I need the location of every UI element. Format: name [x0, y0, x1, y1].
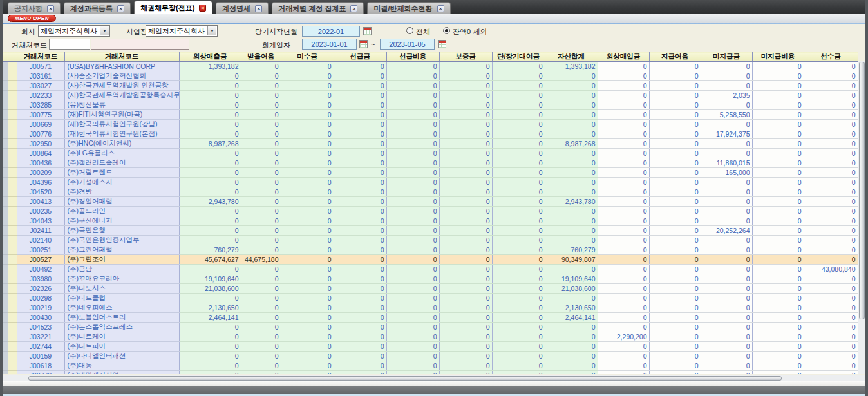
- cell-amount[interactable]: 0: [701, 293, 752, 303]
- cell-customer-code[interactable]: J00235: [17, 206, 64, 216]
- date-to-input[interactable]: [380, 39, 435, 50]
- cell-amount[interactable]: 0: [241, 245, 281, 254]
- cell-amount[interactable]: 0: [701, 148, 752, 158]
- cell-amount[interactable]: 0: [701, 254, 752, 264]
- row-selector[interactable]: [8, 322, 17, 332]
- cell-amount[interactable]: 0: [492, 206, 545, 216]
- cell-customer-name[interactable]: (재)한국의류시험연구원(본점): [64, 129, 179, 138]
- horizontal-scrollbar[interactable]: [3, 375, 865, 381]
- close-icon[interactable]: ×: [117, 5, 124, 12]
- cell-amount[interactable]: 0: [545, 177, 598, 187]
- cell-amount[interactable]: 0: [439, 341, 492, 351]
- cell-amount[interactable]: 0: [386, 138, 439, 148]
- calendar-icon[interactable]: [363, 27, 372, 35]
- cell-amount[interactable]: 21,038,600: [545, 283, 598, 293]
- vertical-scrollbar[interactable]: [858, 61, 865, 374]
- cell-customer-name[interactable]: (재)FITI시험연구원(마곡): [64, 109, 179, 119]
- row-selector[interactable]: [8, 264, 17, 274]
- cell-amount[interactable]: 0: [545, 216, 598, 225]
- cell-amount[interactable]: 0: [334, 100, 386, 109]
- cell-amount[interactable]: 0: [241, 225, 281, 235]
- cell-amount[interactable]: 0: [281, 303, 334, 312]
- cell-amount[interactable]: 0: [649, 177, 701, 187]
- cell-amount[interactable]: 0: [439, 71, 492, 80]
- cell-amount[interactable]: 0: [752, 245, 804, 254]
- cell-amount[interactable]: 0: [241, 264, 281, 274]
- cell-amount[interactable]: 0: [241, 361, 281, 370]
- cell-amount[interactable]: 0: [179, 158, 241, 167]
- row-selector[interactable]: [8, 100, 17, 109]
- cell-amount[interactable]: 0: [334, 303, 386, 312]
- cell-amount[interactable]: 0: [241, 322, 281, 332]
- calendar-icon[interactable]: [359, 40, 368, 48]
- cell-amount[interactable]: 0: [334, 225, 386, 235]
- row-selector[interactable]: [8, 138, 17, 148]
- row-selector[interactable]: [8, 216, 17, 225]
- cell-amount[interactable]: 0: [492, 283, 545, 293]
- cell-amount[interactable]: 0: [752, 283, 804, 293]
- cell-amount[interactable]: 0: [701, 177, 752, 187]
- cell-amount[interactable]: 0: [649, 225, 701, 235]
- cell-amount[interactable]: 0: [334, 90, 386, 100]
- cell-amount[interactable]: 0: [241, 62, 281, 71]
- cell-amount[interactable]: 0: [281, 138, 334, 148]
- cell-amount[interactable]: 0: [649, 361, 701, 370]
- cell-customer-name[interactable]: (주)골드라인: [64, 206, 179, 216]
- row-selector[interactable]: [8, 206, 17, 216]
- cell-amount[interactable]: 43,080,840: [804, 264, 858, 274]
- cell-customer-code[interactable]: J00209: [17, 167, 64, 177]
- cell-amount[interactable]: 0: [649, 196, 701, 206]
- cell-amount[interactable]: 0: [492, 245, 545, 254]
- cell-customer-code[interactable]: J00159: [17, 351, 64, 361]
- cell-amount[interactable]: 0: [179, 235, 241, 245]
- cell-amount[interactable]: 0: [439, 303, 492, 312]
- cell-customer-code[interactable]: J03161: [17, 71, 64, 80]
- cell-amount[interactable]: 0: [439, 264, 492, 274]
- cell-amount[interactable]: 0: [281, 351, 334, 361]
- cell-amount[interactable]: 0: [752, 351, 804, 361]
- cell-customer-name[interactable]: (주)네오피에스: [64, 303, 179, 312]
- table-row[interactable]: J00219(주)네오피에스2,130,6500000002,130,65000…: [3, 303, 858, 312]
- cell-amount[interactable]: 0: [598, 129, 649, 138]
- cell-amount[interactable]: 0: [241, 119, 281, 129]
- cell-amount[interactable]: 0: [179, 206, 241, 216]
- cell-customer-code[interactable]: J02778: [17, 370, 64, 374]
- cell-amount[interactable]: 0: [386, 129, 439, 138]
- cell-amount[interactable]: 0: [701, 332, 752, 341]
- cell-amount[interactable]: 0: [598, 274, 649, 283]
- cell-amount[interactable]: 0: [804, 148, 858, 158]
- cell-amount[interactable]: 0: [439, 167, 492, 177]
- row-selector[interactable]: [8, 148, 17, 158]
- cell-amount[interactable]: 0: [598, 303, 649, 312]
- cell-amount[interactable]: 17,924,375: [701, 129, 752, 138]
- cell-customer-name[interactable]: (주)국민은행인증사업부: [64, 235, 179, 245]
- column-header[interactable]: 받을어음: [241, 52, 281, 62]
- close-icon[interactable]: ×: [255, 5, 262, 12]
- cell-amount[interactable]: 0: [179, 177, 241, 187]
- cell-amount[interactable]: 0: [701, 322, 752, 332]
- cell-amount[interactable]: 0: [179, 119, 241, 129]
- cell-amount[interactable]: 0: [334, 235, 386, 245]
- cell-amount[interactable]: 0: [334, 138, 386, 148]
- cell-amount[interactable]: 0: [334, 109, 386, 119]
- cell-amount[interactable]: 0: [545, 293, 598, 303]
- cell-amount[interactable]: 0: [701, 119, 752, 129]
- cell-amount[interactable]: 0: [598, 100, 649, 109]
- cell-customer-name[interactable]: (주)HNC(에이치앤씨): [64, 138, 179, 148]
- cell-amount[interactable]: 0: [281, 264, 334, 274]
- cell-amount[interactable]: 0: [804, 351, 858, 361]
- cell-amount[interactable]: 0: [598, 293, 649, 303]
- cell-amount[interactable]: 0: [241, 158, 281, 167]
- table-row[interactable]: J00209(주)거림트렌드0000000000165,00000: [3, 167, 858, 177]
- cell-amount[interactable]: 0: [179, 129, 241, 138]
- cell-amount[interactable]: 0: [752, 119, 804, 129]
- tab-vendor-account-summary[interactable]: 거래처별 계정 집계표 ×: [272, 2, 364, 14]
- cell-amount[interactable]: 0: [334, 187, 386, 196]
- cell-amount[interactable]: 1,393,182: [545, 62, 598, 71]
- cell-amount[interactable]: 0: [804, 62, 858, 71]
- table-row[interactable]: J00492(주)금담00000000000043,080,840: [3, 264, 858, 274]
- cell-amount[interactable]: 0: [804, 80, 858, 90]
- cell-amount[interactable]: 0: [492, 312, 545, 322]
- cell-customer-code[interactable]: J00775: [17, 109, 64, 119]
- cell-amount[interactable]: 0: [598, 119, 649, 129]
